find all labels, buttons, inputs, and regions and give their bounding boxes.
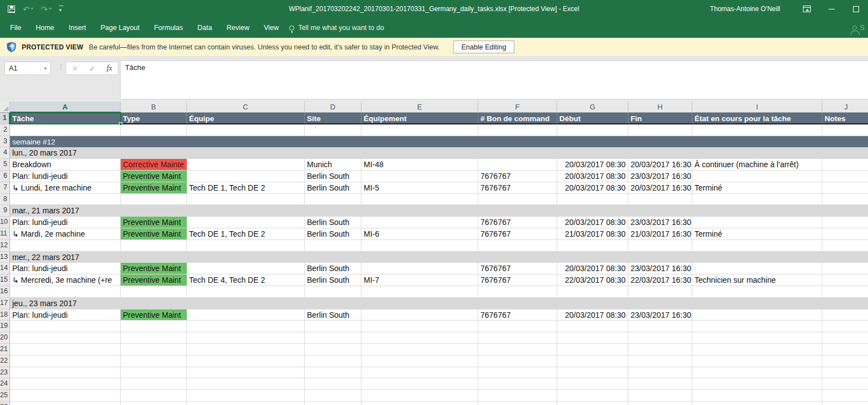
cell-J24[interactable] bbox=[822, 378, 868, 390]
cell-G12[interactable] bbox=[557, 240, 628, 252]
cell-J25[interactable] bbox=[822, 390, 868, 402]
cell-D25[interactable] bbox=[305, 390, 361, 402]
column-header-G[interactable]: G bbox=[557, 102, 628, 113]
cell-E18[interactable] bbox=[361, 309, 478, 321]
cell-I24[interactable] bbox=[692, 378, 822, 390]
cell-C12[interactable] bbox=[187, 240, 305, 252]
undo-button[interactable]: ↶▾ bbox=[23, 5, 33, 13]
cell-D14[interactable]: Berlin South bbox=[305, 263, 361, 274]
column-header-H[interactable]: H bbox=[628, 102, 692, 113]
row-header-4[interactable]: 4 bbox=[0, 147, 10, 159]
cell-C26[interactable] bbox=[187, 402, 305, 405]
cell-F23[interactable] bbox=[478, 367, 557, 379]
cell-D21[interactable] bbox=[305, 344, 361, 356]
cell-C2[interactable] bbox=[187, 124, 305, 136]
cell-I1[interactable]: État en cours pour la tâche bbox=[692, 113, 822, 124]
cell-A15[interactable]: ↳ Mercredi, 3e machine (+re bbox=[10, 274, 121, 286]
column-header-B[interactable]: B bbox=[121, 102, 187, 113]
cell-D8[interactable] bbox=[305, 194, 361, 206]
cell-E24[interactable] bbox=[361, 378, 478, 390]
cell-F20[interactable] bbox=[478, 332, 557, 344]
cell-J11[interactable] bbox=[822, 228, 868, 240]
cell-B25[interactable] bbox=[121, 390, 187, 402]
cell-G18[interactable]: 20/03/2017 08:30 bbox=[557, 309, 628, 321]
cell-I21[interactable] bbox=[692, 344, 822, 356]
cell-F8[interactable] bbox=[478, 194, 557, 206]
cell-H2[interactable] bbox=[628, 124, 692, 136]
cell-D20[interactable] bbox=[305, 332, 361, 344]
cell-B8[interactable] bbox=[121, 194, 187, 206]
cell-H19[interactable] bbox=[628, 321, 692, 332]
row-header-10[interactable]: 10 bbox=[0, 217, 10, 228]
cell-A11[interactable]: ↳ Mardi, 2e machine bbox=[10, 228, 121, 240]
cell-A1[interactable]: Tâche bbox=[10, 113, 121, 124]
cell-B1[interactable]: Type bbox=[121, 113, 187, 124]
cell-C25[interactable] bbox=[187, 390, 305, 402]
cell-A23[interactable] bbox=[10, 367, 121, 379]
cell-J20[interactable] bbox=[822, 332, 868, 344]
cell-A17[interactable]: jeu., 23 mars 2017 bbox=[10, 298, 868, 309]
cell-A16[interactable] bbox=[10, 286, 121, 298]
cell-I8[interactable] bbox=[692, 194, 822, 206]
cell-H12[interactable] bbox=[628, 240, 692, 252]
name-box-dropdown-icon[interactable]: ▾ bbox=[40, 66, 50, 71]
cell-I14[interactable] bbox=[692, 263, 822, 274]
cell-A12[interactable] bbox=[10, 240, 121, 252]
cell-I26[interactable] bbox=[692, 402, 822, 405]
cell-G25[interactable] bbox=[557, 390, 628, 402]
cell-G11[interactable]: 21/03/2017 08:30 bbox=[557, 228, 628, 240]
cell-A2[interactable] bbox=[10, 124, 121, 136]
row-header-23[interactable]: 23 bbox=[0, 367, 10, 379]
cell-H26[interactable] bbox=[628, 402, 692, 405]
row-header-16[interactable]: 16 bbox=[0, 286, 10, 298]
row-header-6[interactable]: 6 bbox=[0, 171, 10, 182]
cell-G15[interactable]: 22/03/2017 08:30 bbox=[557, 274, 628, 286]
cell-G23[interactable] bbox=[557, 367, 628, 379]
cell-I22[interactable] bbox=[692, 356, 822, 367]
cell-I2[interactable] bbox=[692, 124, 822, 136]
cell-J16[interactable] bbox=[822, 286, 868, 298]
cell-I25[interactable] bbox=[692, 390, 822, 402]
insert-function-icon[interactable]: fx bbox=[107, 64, 112, 73]
cell-A24[interactable] bbox=[10, 378, 121, 390]
cell-B11[interactable]: Preventive Maint bbox=[121, 228, 187, 240]
cell-D26[interactable] bbox=[305, 402, 361, 405]
formula-bar-drag-dots-icon[interactable]: ⋮ bbox=[57, 63, 65, 71]
cell-G10[interactable]: 20/03/2017 08:30 bbox=[557, 217, 628, 228]
cell-E6[interactable] bbox=[361, 171, 478, 182]
cell-H24[interactable] bbox=[628, 378, 692, 390]
cell-H1[interactable]: Fin bbox=[628, 113, 692, 124]
cell-H5[interactable]: 20/03/2017 16:30 bbox=[628, 159, 692, 171]
cell-C16[interactable] bbox=[187, 286, 305, 298]
row-header-18[interactable]: 18 bbox=[0, 309, 10, 321]
row-header-9[interactable]: 9 bbox=[0, 205, 10, 217]
cell-C11[interactable]: Tech DE 1, Tech DE 2 bbox=[187, 228, 305, 240]
cell-G22[interactable] bbox=[557, 356, 628, 367]
cell-G8[interactable] bbox=[557, 194, 628, 206]
cell-I6[interactable] bbox=[692, 171, 822, 182]
cell-E20[interactable] bbox=[361, 332, 478, 344]
cell-I12[interactable] bbox=[692, 240, 822, 252]
cell-I5[interactable]: À continuer (machine à l'arrêt) bbox=[692, 159, 822, 171]
cell-I19[interactable] bbox=[692, 321, 822, 332]
customize-qat-icon[interactable]: ▾ bbox=[59, 5, 62, 13]
cell-B14[interactable]: Preventive Maint bbox=[121, 263, 187, 274]
cell-I10[interactable] bbox=[692, 217, 822, 228]
cell-F12[interactable] bbox=[478, 240, 557, 252]
cell-B16[interactable] bbox=[121, 286, 187, 298]
cell-C18[interactable] bbox=[187, 309, 305, 321]
cell-I23[interactable] bbox=[692, 367, 822, 379]
cell-I7[interactable]: Terminé bbox=[692, 182, 822, 194]
cell-A13[interactable]: mer., 22 mars 2017 bbox=[10, 252, 868, 263]
cell-J18[interactable] bbox=[822, 309, 868, 321]
row-header-8[interactable]: 8 bbox=[0, 194, 10, 206]
cell-E21[interactable] bbox=[361, 344, 478, 356]
cell-E19[interactable] bbox=[361, 321, 478, 332]
row-header-24[interactable]: 24 bbox=[0, 378, 10, 390]
row-header-22[interactable]: 22 bbox=[0, 356, 10, 367]
cell-H18[interactable]: 23/03/2017 16:30 bbox=[628, 309, 692, 321]
tab-file[interactable]: File bbox=[3, 18, 28, 38]
cell-D22[interactable] bbox=[305, 356, 361, 367]
cell-B6[interactable]: Preventive Maint bbox=[121, 171, 187, 182]
cell-J7[interactable] bbox=[822, 182, 868, 194]
